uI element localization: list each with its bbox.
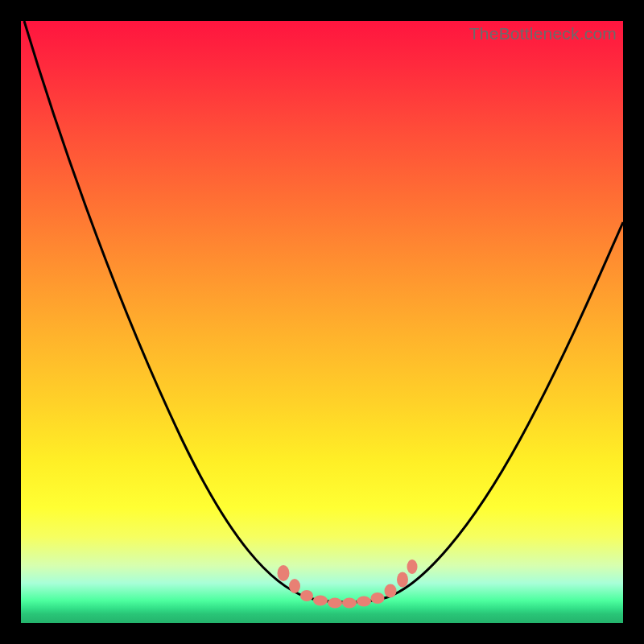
right-curve-arm — [387, 222, 623, 597]
left-curve-arm — [24, 21, 307, 597]
marker-dot — [357, 597, 371, 607]
watermark-text: TheBottleneck.com — [469, 24, 617, 43]
marker-dot — [407, 559, 418, 574]
plot-area: TheBottleneck.com — [21, 21, 623, 623]
marker-dot — [342, 598, 357, 609]
bottleneck-curve-svg — [21, 21, 623, 623]
marker-dot — [278, 565, 290, 581]
marker-dot — [371, 592, 385, 604]
marker-dot — [397, 572, 408, 588]
outer-black-frame: TheBottleneck.com — [0, 0, 644, 644]
marker-dot — [313, 596, 328, 606]
marker-dot — [328, 598, 342, 609]
marker-group — [278, 559, 418, 609]
marker-dot — [300, 590, 313, 601]
marker-dot — [385, 584, 397, 598]
marker-dot — [289, 579, 300, 593]
